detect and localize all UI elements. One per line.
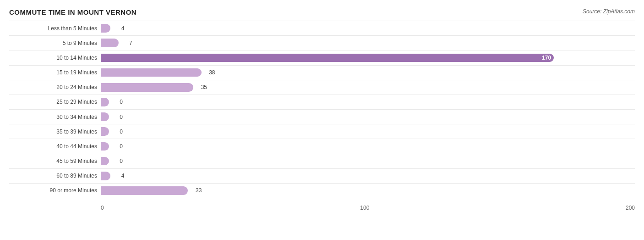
bar-label: 20 to 24 Minutes	[9, 84, 101, 90]
bar-track: 0	[101, 154, 635, 168]
bar-value: 0	[120, 99, 123, 105]
bar-row: 30 to 34 Minutes0	[9, 110, 635, 124]
x-axis-label: 200	[626, 205, 635, 211]
bar-fill: 7	[101, 39, 119, 47]
bar-value: 4	[121, 25, 125, 32]
chart-body: Less than 5 Minutes45 to 9 Minutes710 to…	[9, 21, 635, 211]
bar-track: 4	[101, 169, 635, 183]
bar-fill: 0	[101, 127, 109, 136]
bar-fill: 4	[101, 172, 110, 180]
bar-fill: 0	[101, 98, 109, 106]
bar-label: 30 to 34 Minutes	[9, 114, 101, 120]
bar-label: 10 to 14 Minutes	[9, 55, 101, 61]
bar-row: 25 to 29 Minutes0	[9, 95, 635, 110]
bar-value: 38	[209, 69, 215, 76]
bar-row: 15 to 19 Minutes38	[9, 66, 635, 80]
bar-row: 90 or more Minutes33	[9, 184, 635, 198]
bar-track: 0	[101, 124, 635, 139]
bar-row: 20 to 24 Minutes35	[9, 80, 635, 95]
bar-row: 35 to 39 Minutes0	[9, 124, 635, 139]
bar-value: 0	[120, 114, 123, 120]
bar-fill: 0	[101, 157, 109, 166]
bar-fill: 35	[101, 83, 193, 92]
bar-value: 0	[120, 128, 123, 135]
bars-area: Less than 5 Minutes45 to 9 Minutes710 to…	[9, 21, 635, 198]
bar-row: 5 to 9 Minutes7	[9, 36, 635, 50]
bar-fill: 0	[101, 142, 109, 151]
bar-track: 4	[101, 21, 635, 35]
bar-fill: 4	[101, 24, 110, 33]
bar-fill: 170	[101, 54, 554, 62]
chart-container: COMMUTE TIME IN MOUNT VERNON Source: Zip…	[0, 0, 644, 240]
bar-track: 0	[101, 95, 635, 109]
bar-value: 33	[196, 187, 202, 194]
bar-label: 35 to 39 Minutes	[9, 128, 101, 135]
bar-label: 45 to 59 Minutes	[9, 158, 101, 164]
bar-track: 7	[101, 36, 635, 50]
bar-track: 38	[101, 66, 635, 80]
bar-row: 40 to 44 Minutes0	[9, 139, 635, 154]
x-axis: 0100200	[101, 205, 635, 211]
x-axis-label: 0	[101, 205, 104, 211]
chart-source: Source: ZipAtlas.com	[583, 8, 635, 15]
bar-label: 90 or more Minutes	[9, 187, 101, 194]
bar-value: 7	[129, 40, 132, 46]
bar-track: 170	[101, 50, 635, 65]
bar-label: Less than 5 Minutes	[9, 25, 101, 32]
bar-label: 15 to 19 Minutes	[9, 69, 101, 76]
chart-title: COMMUTE TIME IN MOUNT VERNON	[9, 8, 136, 16]
bar-fill: 38	[101, 68, 202, 77]
bar-track: 0	[101, 139, 635, 153]
bar-label: 40 to 44 Minutes	[9, 143, 101, 150]
bar-fill: 33	[101, 186, 188, 195]
bar-track: 35	[101, 80, 635, 95]
bar-row: Less than 5 Minutes4	[9, 21, 635, 36]
bar-row: 45 to 59 Minutes0	[9, 154, 635, 169]
bar-value: 4	[121, 173, 125, 179]
bar-track: 33	[101, 184, 635, 198]
bar-value: 0	[120, 143, 123, 150]
bar-track: 0	[101, 110, 635, 124]
bar-label: 25 to 29 Minutes	[9, 99, 101, 105]
bar-fill: 0	[101, 112, 109, 121]
chart-header: COMMUTE TIME IN MOUNT VERNON Source: Zip…	[9, 8, 635, 16]
bar-label: 60 to 89 Minutes	[9, 173, 101, 179]
bar-row: 10 to 14 Minutes170	[9, 50, 635, 65]
x-axis-label: 100	[360, 205, 369, 211]
bar-value: 35	[201, 84, 207, 90]
bar-value: 0	[120, 158, 123, 164]
bar-row: 60 to 89 Minutes4	[9, 169, 635, 184]
bar-value: 170	[542, 55, 551, 61]
bar-label: 5 to 9 Minutes	[9, 40, 101, 46]
